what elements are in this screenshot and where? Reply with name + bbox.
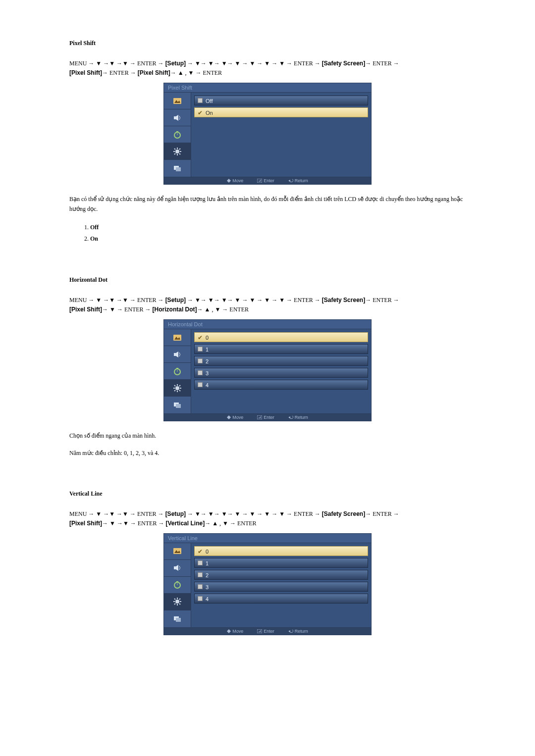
nav-fragment: → ▲ , ▼ → ENTER — [170, 69, 222, 76]
sidebar-icon-multi[interactable] — [164, 397, 191, 413]
svg-rect-42 — [173, 548, 181, 554]
footer-return: Return — [288, 178, 308, 183]
option-label: 2 — [206, 572, 209, 578]
nav-fragment-bold: [Safety Screen] — [322, 60, 365, 67]
svg-rect-61 — [257, 629, 262, 633]
svg-marker-62 — [288, 630, 290, 632]
sidebar-icon-multi[interactable] — [164, 160, 191, 177]
sidebar-icon-picture[interactable] — [164, 543, 191, 560]
svg-rect-47 — [176, 581, 178, 582]
sidebar-icon-timer[interactable] — [164, 126, 191, 143]
sidebar-icon-setup[interactable] — [164, 594, 191, 610]
svg-marker-45 — [176, 565, 178, 571]
svg-point-7 — [175, 150, 179, 153]
nav-fragment-bold: [Setup] — [165, 297, 186, 303]
footer-move: Move — [227, 178, 243, 183]
list-item: On — [90, 235, 98, 242]
nav-path-vertical-line: MENU → ▼ →▼ →▼ → ENTER → [Setup] → ▼→ ▼→… — [69, 509, 466, 528]
sidebar-icon-sound[interactable] — [164, 346, 191, 363]
sidebar-icon-picture[interactable] — [164, 329, 191, 346]
osd-footer: Move Enter Return — [163, 628, 372, 635]
osd-option-4[interactable]: 4 — [194, 594, 368, 604]
svg-rect-17 — [176, 167, 181, 171]
nav-fragment: → ENTER → — [365, 297, 399, 303]
nav-fragment-bold: [Safety Screen] — [322, 510, 365, 517]
osd-option-0[interactable]: ✔0 — [194, 546, 368, 556]
nav-path-horizontal-dot: MENU → ▼ →▼ →▼ → ENTER → [Setup] → ▼→ ▼→… — [69, 296, 466, 314]
osd-option-1[interactable]: 1 — [194, 558, 368, 568]
nav-fragment: MENU → ▼ →▼ →▼ → ENTER → — [69, 60, 165, 67]
osd-option-3[interactable]: 3 — [194, 368, 368, 378]
svg-point-28 — [175, 386, 179, 390]
svg-marker-20 — [288, 180, 290, 182]
sidebar-icon-picture[interactable] — [164, 93, 191, 109]
osd-option-off[interactable]: Off — [194, 96, 368, 105]
osd-title: Vertical Line — [163, 533, 372, 543]
osd-sidebar — [163, 93, 191, 177]
svg-line-35 — [174, 390, 175, 391]
nav-fragment-bold: [Setup] — [165, 510, 186, 517]
svg-rect-23 — [174, 353, 176, 356]
svg-line-34 — [179, 390, 180, 391]
svg-line-36 — [179, 385, 180, 386]
nav-fragment: → ENTER → — [102, 69, 138, 76]
svg-line-14 — [174, 153, 175, 154]
desc-horizontal-dot-1: Chọn số điểm ngang của màn hình. — [69, 431, 466, 441]
desc-pixel-shift: Bạn có thể sử dụng chức năng này để ngăn… — [69, 195, 466, 213]
nav-fragment-bold: [Horizontal Dot] — [153, 306, 197, 313]
sidebar-icon-setup[interactable] — [164, 380, 191, 397]
svg-rect-21 — [173, 335, 181, 341]
svg-rect-40 — [257, 415, 262, 419]
footer-return: Return — [288, 629, 308, 634]
sidebar-icon-sound[interactable] — [164, 109, 191, 126]
sidebar-icon-sound[interactable] — [164, 560, 191, 577]
svg-line-33 — [174, 385, 175, 386]
footer-move: Move — [227, 415, 243, 420]
footer-return: Return — [288, 415, 308, 420]
svg-line-55 — [179, 604, 180, 605]
osd-sidebar — [163, 543, 191, 628]
nav-fragment: → ENTER → — [365, 60, 399, 67]
osd-option-1[interactable]: 1 — [194, 344, 368, 354]
svg-rect-0 — [173, 98, 181, 104]
option-label: 4 — [206, 596, 209, 602]
osd-option-3[interactable]: 3 — [194, 582, 368, 592]
osd-option-4[interactable]: 4 — [194, 380, 368, 390]
svg-marker-18 — [227, 179, 231, 183]
desc-horizontal-dot-2: Năm mức điều chỉnh: 0, 1, 2, 3, và 4. — [69, 449, 466, 458]
option-list-pixel-shift: Off On — [69, 222, 466, 245]
option-label: 3 — [206, 584, 209, 590]
nav-fragment: → ▲ , ▼ → ENTER — [205, 520, 256, 527]
sidebar-icon-timer[interactable] — [164, 363, 191, 380]
nav-fragment: MENU → ▼ →▼ →▼ → ENTER → — [69, 510, 165, 517]
nav-fragment: MENU → ▼ →▼ →▼ → ENTER → — [69, 297, 165, 303]
nav-fragment-bold: [Safety Screen] — [322, 297, 365, 303]
option-label: 0 — [206, 549, 209, 554]
svg-line-12 — [174, 149, 175, 150]
nav-fragment: → ▲ , ▼ → ENTER — [197, 306, 249, 313]
osd-option-2[interactable]: 2 — [194, 570, 368, 580]
sidebar-icon-timer[interactable] — [164, 577, 191, 594]
osd-option-0[interactable]: ✔0 — [194, 332, 368, 342]
option-label: 2 — [206, 358, 209, 364]
osd-option-on[interactable]: ✔On — [194, 107, 368, 117]
nav-fragment-bold: [Pixel Shift] — [69, 306, 102, 313]
nav-fragment: → ▼ → ENTER → — [102, 306, 153, 313]
nav-fragment-bold: [Vertical Line] — [165, 520, 205, 527]
sidebar-icon-multi[interactable] — [164, 610, 191, 627]
svg-rect-26 — [176, 368, 178, 369]
svg-rect-59 — [176, 618, 181, 622]
sidebar-icon-setup[interactable] — [164, 143, 191, 160]
footer-move: Move — [227, 629, 243, 634]
svg-line-15 — [179, 149, 180, 150]
osd-content: Off ✔On — [191, 93, 372, 177]
list-item: Off — [90, 224, 99, 231]
svg-rect-44 — [174, 566, 176, 569]
osd-option-2[interactable]: 2 — [194, 356, 368, 366]
footer-enter: Enter — [257, 629, 274, 634]
osd-menu-pixel-shift: Pixel Shift Off ✔On Move Enter Return — [163, 83, 372, 185]
osd-footer: Move Enter Return — [163, 414, 372, 421]
osd-menu-horizontal-dot: Horizontal Dot ✔0 1 2 3 4 Move Enter Ret… — [163, 319, 372, 421]
section-title-pixel-shift: Pixel Shift — [69, 40, 466, 47]
svg-line-57 — [179, 599, 180, 600]
